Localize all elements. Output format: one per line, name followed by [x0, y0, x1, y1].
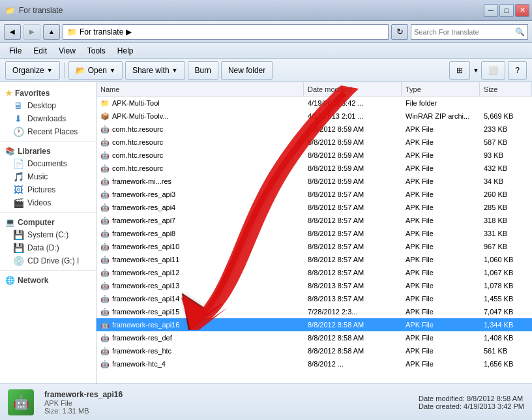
view-button[interactable]: ⊞ — [449, 61, 470, 80]
apk-icon: 🤖 — [100, 269, 110, 277]
apk-icon: 🤖 — [100, 203, 110, 212]
status-file-icon: 🤖 — [8, 389, 34, 415]
menu-view[interactable]: View — [53, 45, 81, 57]
help-button[interactable]: ? — [508, 61, 527, 80]
system-c-label: System (C:) — [27, 230, 68, 239]
sidebar-item-videos[interactable]: 🎬 Videos — [0, 196, 96, 209]
col-header-size[interactable]: Size — [480, 82, 532, 96]
menu-bar: File Edit View Tools Help — [0, 43, 532, 59]
sidebar-item-cd-drive[interactable]: 💿 CD Drive (G:) I — [0, 254, 96, 267]
file-cell-date: 8/8/2012 8:59 AM — [304, 175, 402, 188]
videos-icon: 🎬 — [13, 198, 23, 208]
sidebar-item-desktop[interactable]: 🖥 Desktop — [0, 99, 96, 112]
data-d-label: Data (D:) — [27, 243, 59, 252]
pane-button[interactable]: ⬜ — [481, 61, 505, 80]
file-cell-date: 8/8/2012 8:57 AM — [304, 227, 402, 240]
file-list-body[interactable]: 📁APK-Multi-Tool 4/19/2013 3:42 ... File … — [96, 97, 532, 383]
file-cell-name: 🤖framework-res_api11 — [96, 253, 304, 266]
sidebar-divider-2 — [0, 212, 96, 213]
back-button[interactable]: ◀ — [4, 24, 21, 40]
table-row[interactable]: 🤖framework-res_htc 8/8/2012 8:58 AM APK … — [96, 344, 532, 357]
table-row[interactable]: 🤖framework-res_api12 8/8/2012 8:57 AM AP… — [96, 266, 532, 279]
col-header-name[interactable]: Name — [96, 82, 304, 96]
sidebar-computer-header[interactable]: 💻 Computer — [0, 215, 96, 228]
file-cell-date: 8/8/2012 8:59 AM — [304, 136, 402, 149]
table-row[interactable]: 🤖framework-res_api8 8/8/2012 8:57 AM APK… — [96, 227, 532, 240]
file-cell-size: 233 KB — [480, 123, 532, 136]
menu-edit[interactable]: Edit — [28, 45, 52, 57]
sidebar-network-header[interactable]: 🌐 Network — [0, 273, 96, 286]
downloads-icon: ⬇ — [13, 113, 23, 124]
menu-file[interactable]: File — [4, 45, 27, 57]
table-row[interactable]: 🤖framework-res_api3 8/8/2012 8:57 AM APK… — [96, 188, 532, 201]
search-input[interactable] — [414, 28, 514, 36]
file-cell-date: 8/8/2013 8:57 AM — [304, 279, 402, 292]
sidebar-item-system-c[interactable]: 💾 System (C:) — [0, 228, 96, 241]
title-bar-left: 📁 For translate — [5, 6, 63, 15]
search-box[interactable]: 🔍 — [411, 24, 528, 40]
address-path[interactable]: 📁 For translate ▶ — [63, 24, 389, 40]
file-list-container: Name Date modified Type Size 📁APK-Multi-… — [96, 82, 532, 383]
burn-button[interactable]: Burn — [188, 61, 218, 80]
menu-tools[interactable]: Tools — [82, 45, 111, 57]
file-cell-size: 587 KB — [480, 136, 532, 149]
sidebar-favorites-header[interactable]: ★ Favorites — [0, 86, 96, 99]
file-cell-name: 🤖framework-mi...res — [96, 175, 304, 188]
col-header-date[interactable]: Date modified — [304, 82, 402, 96]
minimize-button[interactable]: ─ — [484, 4, 498, 17]
file-cell-type: APK File — [402, 162, 480, 175]
table-row[interactable]: 🤖com.htc.resourc 8/8/2012 8:59 AM APK Fi… — [96, 136, 532, 149]
sidebar-item-recent[interactable]: 🕐 Recent Places — [0, 125, 96, 138]
col-header-type[interactable]: Type — [402, 82, 480, 96]
table-row[interactable]: 🤖com.htc.resourc 8/8/2012 8:59 AM APK Fi… — [96, 149, 532, 162]
open-button[interactable]: 📂 Open ▼ — [68, 61, 123, 80]
refresh-button[interactable]: ↻ — [391, 24, 408, 40]
table-row[interactable]: 📁APK-Multi-Tool 4/19/2013 3:42 ... File … — [96, 97, 532, 110]
file-cell-type: APK File — [402, 344, 480, 357]
file-cell-size: 5,669 KB — [480, 110, 532, 123]
sidebar-libraries-header[interactable]: 📚 Libraries — [0, 144, 96, 157]
new-folder-button[interactable]: New folder — [221, 61, 273, 80]
table-row[interactable]: 🤖framework-res_api4 8/8/2012 8:57 AM APK… — [96, 201, 532, 214]
file-cell-type: APK File — [402, 123, 480, 136]
file-cell-name: 🤖framework-htc_4 — [96, 357, 304, 370]
table-row[interactable]: 🤖framework-htc_4 8/8/2012 ... APK File 1… — [96, 357, 532, 370]
file-cell-size: 1,067 KB — [480, 266, 532, 279]
table-row[interactable]: 🤖framework-res_api7 8/8/2012 8:57 AM APK… — [96, 214, 532, 227]
computer-icon: 💻 — [5, 218, 15, 227]
folder-icon: 📁 — [100, 99, 110, 108]
table-row[interactable]: 🤖framework-res_api11 8/8/2012 8:57 AM AP… — [96, 253, 532, 266]
desktop-icon: 🖥 — [13, 100, 23, 111]
table-row[interactable]: 🤖framework-res_api10 8/8/2012 8:57 AM AP… — [96, 240, 532, 253]
file-cell-date: 8/8/2012 8:59 AM — [304, 149, 402, 162]
apk-icon: 🤖 — [100, 151, 110, 160]
table-row[interactable]: 🤖com.htc.resourc 8/8/2012 8:59 AM APK Fi… — [96, 162, 532, 175]
organize-button[interactable]: Organize ▼ — [5, 61, 60, 80]
sidebar-item-pictures[interactable]: 🖼 Pictures — [0, 183, 96, 196]
maximize-button[interactable]: □ — [499, 4, 514, 17]
forward-button[interactable]: ▶ — [23, 24, 40, 40]
table-row[interactable]: 📦APK-Multi-Toolv... 4/17/2013 2:01 ... W… — [96, 110, 532, 123]
sidebar-divider-3 — [0, 270, 96, 271]
file-cell-date: 8/8/2012 8:57 AM — [304, 266, 402, 279]
table-row[interactable]: 🤖framework-res_api16 8/8/2012 8:58 AM AP… — [96, 318, 532, 331]
table-row[interactable]: 🤖framework-res_api13 8/8/2013 8:57 AM AP… — [96, 279, 532, 292]
table-row[interactable]: 🤖framework-mi...res 8/8/2012 8:59 AM APK… — [96, 175, 532, 188]
table-row[interactable]: 🤖framework-res_api15 7/28/2012 2:3... AP… — [96, 305, 532, 318]
file-cell-name: 🤖com.htc.resourc — [96, 123, 304, 136]
sidebar-item-music[interactable]: 🎵 Music — [0, 170, 96, 183]
network-label: Network — [18, 276, 48, 285]
sidebar-item-data-d[interactable]: 💾 Data (D:) — [0, 241, 96, 254]
sidebar-item-downloads[interactable]: ⬇ Downloads — [0, 112, 96, 125]
apk-icon: 🤖 — [100, 308, 110, 316]
table-row[interactable]: 🤖com.htc.resourc 8/8/2012 8:59 AM APK Fi… — [96, 123, 532, 136]
up-button[interactable]: ▲ — [43, 24, 60, 40]
menu-help[interactable]: Help — [112, 45, 139, 57]
pictures-icon: 🖼 — [13, 185, 23, 195]
table-row[interactable]: 🤖framework-res_api14 8/8/2013 8:57 AM AP… — [96, 292, 532, 305]
close-button[interactable]: ✕ — [515, 4, 529, 17]
open-icon: 📂 — [76, 66, 85, 75]
share-button[interactable]: Share with ▼ — [125, 61, 185, 80]
sidebar-item-documents[interactable]: 📄 Documents — [0, 157, 96, 170]
table-row[interactable]: 🤖framework-res_def 8/8/2012 8:58 AM APK … — [96, 331, 532, 344]
